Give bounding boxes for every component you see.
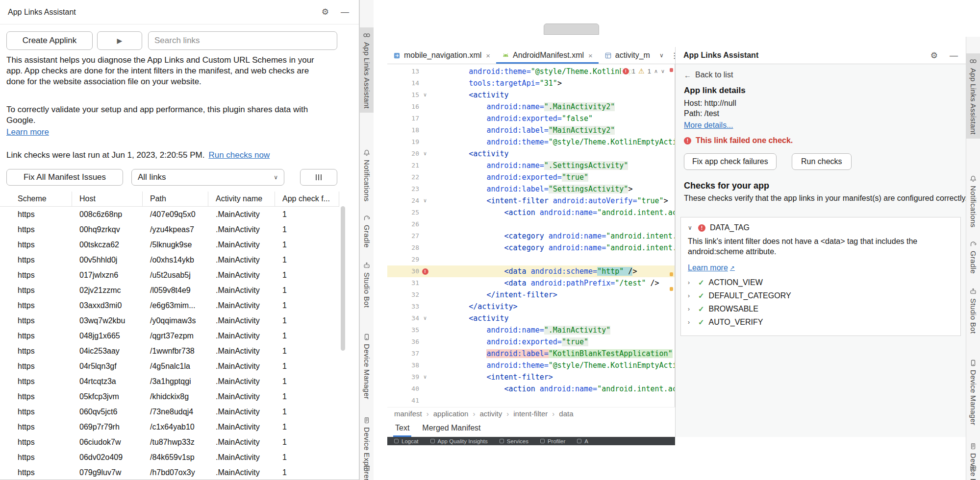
code-line[interactable]: 37 android:label="KotlinBlankTestApplica… xyxy=(387,348,675,360)
link-table-row[interactable]: https06ciudok7w/tu87hwp33z.MainActivity1 xyxy=(0,434,339,450)
run-checks-now-link[interactable]: Run checks now xyxy=(208,150,270,160)
check-auto-verify[interactable]: ›✓AUTO_VERIFY xyxy=(688,318,954,327)
tool-strip-item-device-manager[interactable]: Device Manager xyxy=(360,329,374,403)
code-line[interactable]: 41 xyxy=(387,395,675,407)
tab-mobile-navigation-xml[interactable]: mobile_navigation.xml× xyxy=(387,47,496,64)
code-line[interactable]: 19 android:theme="@style/Theme.KotlinEmp… xyxy=(387,136,675,148)
close-icon[interactable]: × xyxy=(588,51,593,60)
gutter-error-icon[interactable]: ! xyxy=(421,268,429,275)
link-table-row[interactable]: https02jv21zzmc/l059v8t4e9.MainActivity1 xyxy=(0,283,339,298)
link-table-row[interactable]: https03wq7w2kbu/y0qqimaw3s.MainActivity1 xyxy=(0,313,339,328)
fold-icon[interactable]: ∨ xyxy=(421,195,429,207)
code-line[interactable]: 16 android:name=".MainActivity2" xyxy=(387,101,675,113)
breadcrumb-application[interactable]: application xyxy=(433,409,469,418)
fold-icon[interactable]: ∨ xyxy=(421,148,429,160)
check-browsable[interactable]: ›✓BROWSABLE xyxy=(688,305,954,313)
fold-icon[interactable]: ∨ xyxy=(421,89,429,101)
stripe-warning-mark[interactable] xyxy=(670,287,673,291)
tool-strip-item-notifications[interactable]: Notifications xyxy=(966,171,980,232)
learn-more-link[interactable]: Learn more ↗ xyxy=(688,264,735,272)
link-table-row[interactable]: https048jg1x665/qgrt37ezpm.MainActivity1 xyxy=(0,328,339,343)
minimize-icon[interactable]: — xyxy=(341,8,349,16)
code-line[interactable]: 26 xyxy=(387,218,675,230)
code-line[interactable]: 15∨ <activity xyxy=(387,89,675,101)
code-line[interactable]: 25 <action android:name="android.intent.… xyxy=(387,207,675,218)
link-table-row[interactable]: https00hq9zrkqv/yzu4kpeas7.MainActivity1 xyxy=(0,222,339,237)
strip-bottom-icon[interactable] xyxy=(363,464,371,474)
back-to-list-link[interactable]: ← Back to list xyxy=(684,71,733,79)
table-scrollbar[interactable] xyxy=(341,192,345,480)
code-line[interactable]: 38 android:theme="@style/Theme.KotlinEmp… xyxy=(387,360,675,371)
check-action-view[interactable]: ›✓ACTION_VIEW xyxy=(688,278,954,287)
bottom-bar-profiler[interactable]: Profiler xyxy=(540,438,565,444)
tab-activity-m[interactable]: activity_m xyxy=(599,47,656,64)
code-line[interactable]: 22 android:exported="true" xyxy=(387,171,675,183)
links-filter-dropdown[interactable]: All links ∨ xyxy=(131,169,284,186)
link-table-row[interactable]: https04r5lqn3gf/4g5nalc1la.MainActivity1 xyxy=(0,359,339,374)
code-line[interactable]: 18 android:label="MainActivity2" xyxy=(387,124,675,136)
code-line[interactable]: 33 </activity> xyxy=(387,301,675,312)
next-issue-icon[interactable]: ∨ xyxy=(661,68,665,74)
run-applink-button[interactable]: ▶ xyxy=(97,31,142,50)
breadcrumb-data[interactable]: data xyxy=(559,409,573,418)
code-line[interactable]: 31 <data android:pathPrefix="/test" /> xyxy=(387,277,675,289)
code-line[interactable]: 36 android:exported="true" xyxy=(387,336,675,348)
configure-columns-button[interactable] xyxy=(300,169,337,186)
gear-icon[interactable]: ⚙ xyxy=(322,8,329,16)
link-table-row[interactable]: https017jwlxzn6/u5t2usab5j.MainActivity1 xyxy=(0,267,339,283)
link-table-row[interactable]: https04rtcqtz3a/3a1hgptqgi.MainActivity1 xyxy=(0,374,339,389)
column-header-activity-name[interactable]: Activity name xyxy=(208,192,275,206)
breadcrumb-activity[interactable]: activity xyxy=(479,409,502,418)
code-line[interactable]: 17 android:exported="false" xyxy=(387,113,675,124)
more-details-link[interactable]: More details... xyxy=(684,121,733,130)
column-header-host[interactable]: Host xyxy=(72,192,143,206)
strip-bottom-icon[interactable] xyxy=(969,464,977,474)
stripe-warning-mark[interactable] xyxy=(670,272,673,276)
link-table-row[interactable]: https04ic253aay/1wwnfbr738.MainActivity1 xyxy=(0,343,339,359)
link-table-row[interactable]: https00v5hhld0j/o0xhs14ykb.MainActivity1 xyxy=(0,252,339,267)
link-table-row[interactable]: https03axxd3mi0/e6g63mim....MainActivity… xyxy=(0,298,339,313)
tool-strip-item-notifications[interactable]: Notifications xyxy=(360,145,374,206)
tool-strip-item-studio-bot[interactable]: Studio Bot xyxy=(360,258,374,312)
link-table-row[interactable]: https06dv02o409/84k659v1sp.MainActivity1 xyxy=(0,450,339,465)
link-table-row[interactable]: https008c6z68np/407e09q5x0.MainActivity1 xyxy=(0,207,339,222)
code-line[interactable]: 20∨ <activity xyxy=(387,148,675,160)
code-line[interactable]: 28 <category android:name="android.inten… xyxy=(387,242,675,254)
fix-all-manifest-issues-button[interactable]: Fix All Manifest Issues xyxy=(6,169,123,186)
view-tab-merged-manifest[interactable]: Merged Manifest xyxy=(422,419,480,437)
breadcrumb-intent-filter[interactable]: intent-filter xyxy=(513,409,548,418)
tab-androidmanifest-xml[interactable]: AndroidManifest.xml× xyxy=(496,47,599,64)
tool-strip-item-device-manager[interactable]: Device Manager xyxy=(966,355,980,429)
bottom-bar-a[interactable]: A xyxy=(577,438,588,444)
prev-issue-icon[interactable]: ∧ xyxy=(654,68,658,74)
link-table-row[interactable]: https060qv5jct6/73ne8udqj4.MainActivity1 xyxy=(0,404,339,419)
code-editor[interactable]: 13 android:theme="@style/Theme.KotlinEmp… xyxy=(387,64,675,407)
check-default-category[interactable]: ›✓DEFAULT_CATEGORY xyxy=(688,291,954,300)
code-line[interactable]: 21 android:name=".SettingsActivity" xyxy=(387,160,675,171)
inspections-widget[interactable]: ! 1 ⚠ 1 ∧ ∨ xyxy=(621,66,667,76)
tool-strip-item-gradle[interactable]: Gradle xyxy=(360,210,374,252)
code-line[interactable]: 39∨ <intent-filter> xyxy=(387,371,675,383)
column-header-path[interactable]: Path xyxy=(143,192,208,206)
bottom-bar-services[interactable]: Services xyxy=(500,438,528,444)
code-line[interactable]: 30! <data android:scheme="http" /> xyxy=(387,265,675,277)
code-line[interactable]: 35 android:name=".MainActivity" xyxy=(387,324,675,336)
code-line[interactable]: 34∨ <activity xyxy=(387,312,675,324)
code-line[interactable]: 29 xyxy=(387,254,675,265)
scrollbar-thumb[interactable] xyxy=(341,206,345,351)
code-line[interactable]: 32 </intent-filter> xyxy=(387,289,675,301)
stripe-error-mark[interactable] xyxy=(670,68,673,72)
create-applink-button[interactable]: Create Applink xyxy=(6,31,93,50)
tool-strip-item-app-links-assistant[interactable]: App Links Assistant xyxy=(360,27,374,113)
gear-icon[interactable]: ⚙ xyxy=(930,51,938,60)
bottom-bar-app-quality-insights[interactable]: App Quality Insights xyxy=(430,438,488,444)
code-line[interactable]: 27 <category android:name="android.inten… xyxy=(387,230,675,242)
column-header-scheme[interactable]: Scheme xyxy=(0,192,72,206)
view-tab-text[interactable]: Text xyxy=(395,419,409,437)
fold-icon[interactable]: ∨ xyxy=(421,371,429,383)
minimize-icon[interactable]: — xyxy=(950,51,958,60)
code-line[interactable]: 24∨ <intent-filter android:autoVerify="t… xyxy=(387,195,675,207)
code-line[interactable]: 14 tools:targetApi="31"> xyxy=(387,77,675,89)
column-header-app-check-f[interactable]: App check f... xyxy=(275,192,339,206)
link-table-row[interactable]: https069p7r79rh/c1x64yab10.MainActivity1 xyxy=(0,419,339,434)
